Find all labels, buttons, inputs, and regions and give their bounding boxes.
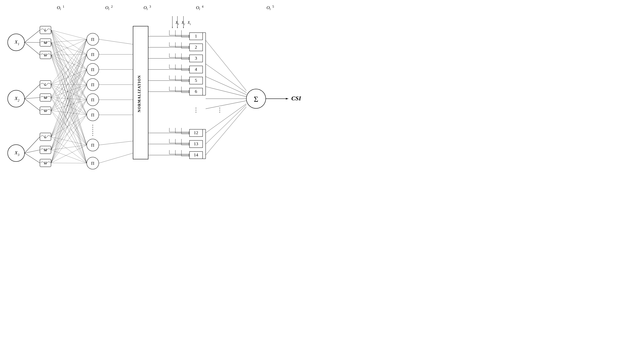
input-label-x3: X — [14, 150, 18, 155]
layer-label-4: O — [196, 5, 199, 10]
layer-label-5: O — [267, 5, 270, 10]
x1-sub-top: 1 — [190, 22, 191, 26]
output-node-1-label: 1 — [195, 33, 197, 38]
input-label-x2-sub: 2 — [18, 99, 19, 102]
layer-label-2-sup: 2 — [111, 5, 113, 8]
output-node-3-label: 3 — [195, 56, 197, 61]
csi-label: CSI — [291, 95, 302, 101]
dots-layer4-1: ⋮ — [193, 107, 199, 113]
layer-label-1: O — [57, 5, 60, 10]
layer-label-5-sup: 5 — [272, 5, 274, 8]
layer-label-5-sub: i — [270, 7, 271, 11]
rule-node-5-label: Π — [91, 97, 94, 102]
layer-label-3-sup: 3 — [149, 5, 151, 8]
normalization-label: NORMALIZATION — [137, 75, 141, 112]
rule-node-1-label: Π — [91, 37, 94, 42]
output-node-14-label: 14 — [194, 152, 198, 157]
rule-node-4-label: Π — [91, 82, 94, 87]
layer-label-3: O — [144, 5, 147, 10]
rule-node-8-label: Π — [91, 161, 94, 166]
x3-sub-top: 3 — [177, 22, 179, 26]
layer-label-4-sup: 4 — [202, 5, 203, 8]
dots-pi-2: ⋮ — [90, 130, 96, 136]
input-label-x3-sub: 3 — [17, 153, 19, 157]
layer-label-1-sup: 1 — [63, 5, 64, 8]
rule-node-7-label: Π — [91, 143, 94, 148]
rule-node-6-label: Π — [91, 112, 94, 117]
layer-label-3-sub: i — [147, 7, 148, 11]
rule-node-2-label: Π — [91, 52, 94, 57]
output-node-13-label: 13 — [194, 141, 198, 146]
output-node-2-label: 2 — [195, 45, 197, 50]
input-label-x2: X — [14, 96, 18, 101]
layer-label-4-sub: i — [199, 7, 200, 11]
dots-layer4-2: ⋮ — [217, 107, 223, 113]
dots-pi-1: ⋮ — [90, 124, 96, 130]
input-label-x1: X — [14, 39, 18, 45]
input-label-x1-sub: 1 — [18, 42, 19, 46]
output-node-4-label: 4 — [195, 67, 197, 72]
output-node-12-label: 12 — [194, 130, 198, 135]
rule-node-3-label: Π — [91, 67, 94, 72]
x2-sub-top: 2 — [184, 22, 185, 26]
layer-label-1-sub: i — [60, 7, 61, 11]
layer-label-2-sub: i — [109, 7, 109, 11]
sum-label: Σ — [254, 95, 258, 103]
layer-label-2: O — [105, 5, 109, 10]
output-node-6-label: 6 — [195, 89, 197, 94]
output-node-5-label: 5 — [195, 78, 197, 83]
